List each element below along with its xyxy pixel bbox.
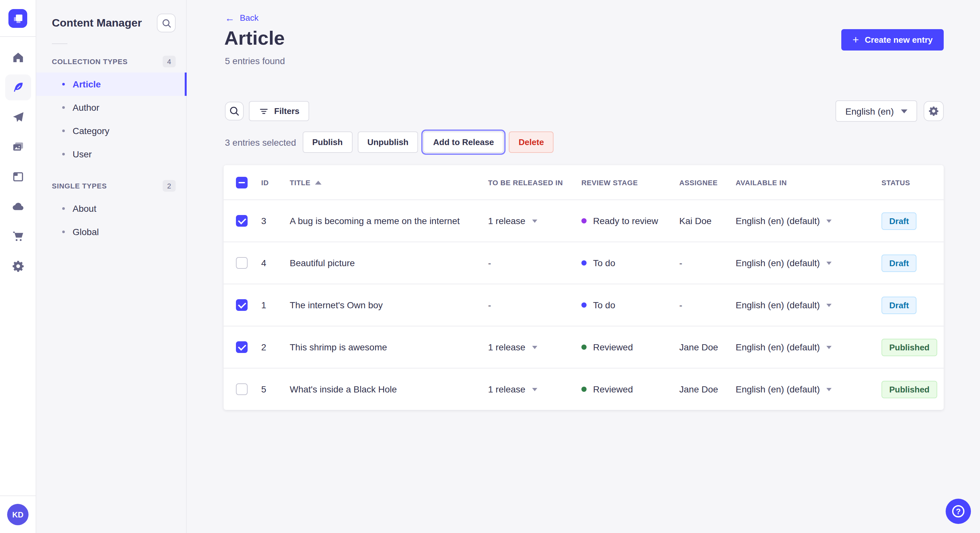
selection-summary: 3 entries selected [225, 137, 296, 148]
table-row[interactable]: 5 What's inside a Black Hole 1 release R… [224, 368, 944, 410]
release-menu-icon[interactable] [532, 388, 537, 391]
chevron-down-icon [901, 109, 907, 113]
view-settings-button[interactable] [924, 101, 944, 121]
publish-button[interactable]: Publish [302, 132, 352, 153]
locale-menu-icon[interactable] [826, 219, 832, 222]
cell-release: 1 release [488, 384, 525, 394]
question-mark-icon: ? [952, 505, 964, 517]
select-all-checkbox[interactable] [236, 176, 248, 188]
rail-marketplace-button[interactable] [5, 224, 31, 249]
locale-menu-icon[interactable] [826, 388, 832, 391]
back-label: Back [240, 13, 259, 23]
add-to-release-button[interactable]: Add to Release [423, 132, 504, 153]
bullet-icon [62, 153, 65, 155]
cell-title: What's inside a Black Hole [290, 384, 488, 394]
cloud-icon [11, 200, 24, 213]
column-header-id[interactable]: ID [261, 178, 290, 186]
cell-locale: English (en) (default) [736, 300, 820, 310]
locale-value: English (en) [845, 106, 894, 116]
main-content: ← Back Article 5 entries found + Create … [187, 0, 980, 533]
table-search-button[interactable] [225, 102, 244, 121]
cell-release: 1 release [488, 216, 525, 226]
row-checkbox[interactable] [236, 383, 248, 395]
cell-assignee: Kai Doe [679, 216, 736, 226]
rail-media-library-button[interactable] [5, 134, 31, 160]
subnav-item-category[interactable]: Category [36, 119, 186, 143]
create-new-entry-button[interactable]: + Create new entry [842, 29, 944, 51]
column-header-title[interactable]: TITLE [290, 178, 488, 186]
rail-content-type-builder-button[interactable] [5, 164, 31, 190]
locale-menu-icon[interactable] [826, 261, 832, 265]
cell-stage: Ready to review [593, 216, 658, 226]
cell-stage: Reviewed [593, 342, 633, 352]
cell-title: This shrimp is awesome [290, 342, 488, 352]
app-window: KD Content Manager COLLECTION TYPES 4 Ar… [0, 0, 980, 533]
row-checkbox[interactable] [236, 257, 248, 269]
cell-stage: To do [593, 258, 616, 268]
stage-dot-icon [581, 218, 587, 224]
help-button[interactable]: ? [946, 499, 971, 524]
subnav-item-about[interactable]: About [36, 197, 186, 220]
release-menu-icon[interactable] [532, 219, 537, 222]
subnav-item-user[interactable]: User [36, 143, 186, 166]
selection-action-bar: 3 entries selected Publish Unpublish Add… [225, 132, 554, 153]
locale-select[interactable]: English (en) [836, 100, 917, 122]
stage-dot-icon [581, 387, 587, 392]
subnav-item-author[interactable]: Author [36, 96, 186, 119]
subnav-search-button[interactable] [157, 14, 176, 32]
subnav-item-article[interactable]: Article [36, 73, 186, 96]
search-icon [229, 106, 240, 117]
subnav-item-label: Global [73, 227, 99, 237]
cell-stage: Reviewed [593, 384, 633, 394]
strapi-logo[interactable] [8, 9, 27, 28]
unpublish-button[interactable]: Unpublish [358, 132, 418, 153]
column-header-available[interactable]: AVAILABLE IN [736, 178, 881, 186]
back-link[interactable]: ← Back [225, 13, 259, 23]
cell-title: The internet's Own boy [290, 300, 488, 310]
table-row[interactable]: 2 This shrimp is awesome 1 release Revie… [224, 326, 944, 368]
column-header-status[interactable]: STATUS [881, 178, 944, 186]
table-header-row: ID TITLE TO BE RELEASED IN REVIEW STAGE … [224, 165, 944, 200]
row-checkbox[interactable] [236, 215, 248, 227]
cell-release: - [488, 258, 491, 268]
sort-ascending-icon[interactable] [315, 180, 321, 184]
row-checkbox[interactable] [236, 299, 248, 311]
table-row[interactable]: 4 Beautiful picture - To do - English (e… [224, 241, 944, 284]
column-header-assignee[interactable]: ASSIGNEE [679, 178, 736, 186]
table-row[interactable]: 3 A bug is becoming a meme on the intern… [224, 200, 944, 241]
bullet-icon [62, 207, 65, 210]
subnav-item-label: Category [73, 125, 110, 136]
cell-release: 1 release [488, 342, 525, 352]
cell-id: 5 [261, 384, 290, 394]
column-header-stage[interactable]: REVIEW STAGE [581, 178, 679, 186]
cell-locale: English (en) (default) [736, 384, 820, 394]
rail-releases-button[interactable] [5, 104, 31, 130]
subnav-item-global[interactable]: Global [36, 220, 186, 244]
filters-button[interactable]: Filters [249, 101, 309, 121]
rail-cloud-button[interactable] [5, 194, 31, 219]
status-badge: Draft [881, 254, 917, 272]
column-header-release[interactable]: TO BE RELEASED IN [488, 178, 581, 186]
back-arrow-icon: ← [225, 13, 235, 23]
cell-id: 1 [261, 300, 290, 310]
home-icon [11, 51, 24, 64]
table-row[interactable]: 1 The internet's Own boy - To do - Engli… [224, 284, 944, 326]
stage-dot-icon [581, 303, 587, 308]
entries-count: 5 entries found [225, 56, 285, 66]
row-checkbox[interactable] [236, 341, 248, 353]
locale-menu-icon[interactable] [826, 303, 832, 307]
entries-table: ID TITLE TO BE RELEASED IN REVIEW STAGE … [224, 165, 944, 410]
user-avatar[interactable]: KD [7, 504, 29, 525]
cell-assignee: - [679, 258, 736, 268]
subnav-title: Content Manager [52, 16, 142, 30]
rail-content-manager-button[interactable] [5, 75, 31, 100]
strapi-logo-icon [10, 11, 25, 26]
rail-settings-button[interactable] [5, 253, 31, 279]
locale-menu-icon[interactable] [826, 346, 832, 349]
images-icon [11, 141, 24, 154]
release-menu-icon[interactable] [532, 346, 537, 349]
rail-home-button[interactable] [5, 45, 31, 71]
single-types-label: SINGLE TYPES [52, 182, 107, 190]
cell-title: A bug is becoming a meme on the internet [290, 216, 488, 226]
delete-button[interactable]: Delete [509, 132, 554, 153]
